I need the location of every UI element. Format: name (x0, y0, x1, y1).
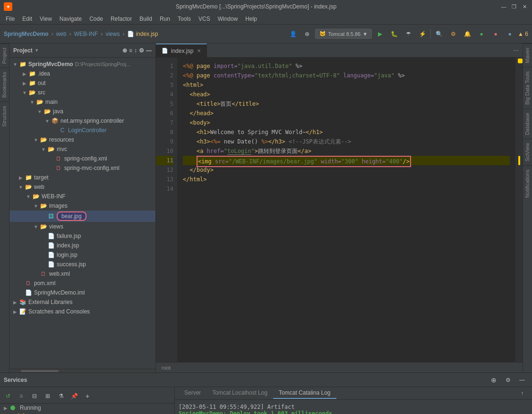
tree-item-scratches[interactable]: ▶ 📝 Scratches and Consoles (9, 307, 155, 316)
tree-item-webxml[interactable]: ▶ 🗋 web.xml (9, 269, 155, 279)
tree-item-web[interactable]: ▼ 📂 web (9, 182, 155, 192)
tree-item-package[interactable]: ▼ 📦 net.army.spring.controller (9, 116, 155, 126)
project-tree: ▼ 📁 SpringMvcDemo D:\Projects\SpringProj… (9, 58, 155, 365)
log-tab-localhost[interactable]: Tomcat Localhost Log (206, 388, 273, 399)
code-editor: 1 2 3 4 5 6 7 8 9 10 11 12 13 14 <%@ pag… (156, 58, 523, 362)
editor-gutter (515, 58, 523, 362)
editor-footer: root (156, 362, 523, 372)
menu-run[interactable]: Run (156, 15, 174, 23)
services-collapse-button[interactable]: ⊟ (28, 390, 41, 402)
tree-item-images[interactable]: ▼ 📂 images (9, 201, 155, 211)
services-filter-button[interactable]: ⚗ (55, 390, 67, 402)
menu-code[interactable]: Code (86, 15, 107, 23)
tree-item-iml[interactable]: ▶ 📄 SpringMvcDemo.iml (9, 288, 155, 297)
tree-item-views[interactable]: ▼ 📂 views (9, 222, 155, 231)
tree-item-failurejsp[interactable]: ▶ 📄 failure.jsp (9, 231, 155, 241)
search-button[interactable]: 🔍 (433, 28, 445, 40)
locate-icon[interactable]: ≡ (129, 47, 132, 54)
tree-item-main[interactable]: ▼ 📂 main (9, 97, 155, 107)
breadcrumb-indexjsp[interactable]: 📄index.jsp (127, 31, 158, 37)
sidebar-tab-maven[interactable]: Maven (523, 43, 532, 67)
log-tab-catalina[interactable]: Tomcat Catalina Log (273, 388, 336, 399)
services-pin-button[interactable]: 📌 (68, 390, 80, 402)
services-group-button[interactable]: ⊞ (42, 390, 54, 402)
add-icon[interactable]: ⊕ (122, 47, 127, 54)
services-running-group[interactable]: ▶ Running (0, 404, 174, 412)
menu-tools[interactable]: Tools (174, 15, 195, 23)
services-panel-header: Services ⊕ ⚙ — (0, 373, 532, 387)
log-scroll-up[interactable]: ↑ (516, 387, 528, 399)
sort-icon[interactable]: ↕ (134, 47, 137, 54)
notifications-button[interactable]: 🔔 (461, 28, 473, 40)
menu-help[interactable]: Help (241, 15, 261, 23)
services-stop-all-button[interactable]: ≡ (15, 390, 27, 402)
tree-item-successjsp[interactable]: ▶ 📄 success.jsp (9, 260, 155, 269)
debug-button[interactable]: 🐛 (388, 28, 400, 40)
menu-view[interactable]: View (36, 15, 56, 23)
tree-item-loginjsp[interactable]: ▶ 📄 login.jsp (9, 250, 155, 260)
tree-item-springmvcdemo[interactable]: ▼ 📁 SpringMvcDemo D:\Projects\SpringProj… (9, 59, 155, 69)
editor-area: 📄 index.jsp ✕ ⋯ 1 2 3 4 5 6 7 8 9 10 11 … (156, 43, 523, 372)
menu-refactor[interactable]: Refactor (107, 15, 136, 23)
services-tomcat-item[interactable]: ▼ 🐱 Tomcat 8.5.86 [local] (0, 412, 174, 414)
sidebar-tab-database[interactable]: Database (523, 109, 532, 139)
tree-item-target[interactable]: ▶ 📁 target (9, 173, 155, 182)
log-panel: Server Tomcat Localhost Log Tomcat Catal… (175, 387, 532, 414)
tree-item-idea[interactable]: ▶ 📁 .idea (9, 69, 155, 78)
breadcrumb-springmvcdemo[interactable]: SpringMvcDemo (4, 31, 49, 37)
services-restart-button[interactable]: ↺ (2, 390, 14, 402)
coverage-button[interactable]: ☂ (402, 28, 414, 40)
menu-window[interactable]: Window (214, 15, 242, 23)
services-plus-button[interactable]: + (81, 390, 94, 402)
browser-icon-firefox[interactable]: ● (489, 28, 502, 40)
editor-tab-indexjsp[interactable]: 📄 index.jsp ✕ (156, 43, 207, 57)
breadcrumb-web[interactable]: web (56, 31, 67, 37)
tree-item-bearjpg[interactable]: ▶ 🖼 bear.jpg (9, 211, 155, 222)
target-icon[interactable]: ⊕ (301, 28, 313, 40)
breadcrumb-views[interactable]: views (105, 31, 120, 37)
run-button[interactable]: ▶ (374, 28, 386, 40)
sidebar-tab-structure[interactable]: Structure (0, 101, 9, 131)
tree-item-extlibs[interactable]: ▶ 📚 External Libraries (9, 297, 155, 307)
menu-build[interactable]: Build (136, 15, 156, 23)
tab-overflow-button[interactable]: ⋯ (509, 43, 523, 57)
vcs-update-icon[interactable]: 👤 (287, 28, 299, 40)
tree-item-out[interactable]: ▶ 📁 out (9, 78, 155, 88)
menu-vcs[interactable]: VCS (195, 15, 214, 23)
tree-item-resources[interactable]: ▼ 📂 resources (9, 135, 155, 144)
services-minimize-button[interactable]: — (516, 374, 528, 386)
services-settings-button[interactable]: ⚙ (502, 374, 514, 386)
browser-icon-chrome[interactable]: ● (475, 28, 488, 40)
menu-file[interactable]: File (2, 15, 18, 23)
close-button[interactable]: ✕ (521, 3, 528, 10)
tree-item-java[interactable]: ▼ 📂 java (9, 107, 155, 116)
browser-icon-edge[interactable]: ● (504, 28, 516, 40)
services-add-button[interactable]: ⊕ (488, 374, 500, 386)
sidebar-tab-bookmarks[interactable]: Bookmarks (0, 68, 9, 101)
tree-item-src[interactable]: ▼ 📂 src (9, 88, 155, 97)
settings-gear-icon[interactable]: ⚙ (139, 47, 144, 54)
menu-navigate[interactable]: Navigate (56, 15, 86, 23)
tree-item-mvc[interactable]: ▼ 📂 mvc (9, 144, 155, 154)
tree-item-spring-mvc-config[interactable]: ▶ 🗋 spring-mvc-config.xml (9, 163, 155, 173)
minimize-button[interactable]: — (500, 3, 507, 10)
run-config-selector[interactable]: 🐱 Tomcat 8.5.86 ▼ (315, 29, 372, 39)
sidebar-tab-notifications[interactable]: Notifications (523, 165, 532, 202)
breadcrumb-webinf[interactable]: WEB-INF (74, 31, 98, 37)
restore-button[interactable]: ❒ (510, 3, 518, 10)
sidebar-tab-sciview[interactable]: SciView (523, 139, 532, 165)
settings-button[interactable]: ⚙ (447, 28, 459, 40)
code-content[interactable]: <%@ page import="java.util.Date" %> <%@ … (177, 58, 515, 362)
profile-button[interactable]: ⚡ (416, 28, 429, 40)
sidebar-tab-project[interactable]: Project (0, 43, 9, 68)
minimize-panel-icon[interactable]: — (146, 47, 152, 54)
tree-item-webinf[interactable]: ▼ 📂 WEB-INF (9, 192, 155, 201)
tree-item-pomxml[interactable]: ▶ 🗋 pom.xml (9, 279, 155, 288)
sidebar-tab-bigdata[interactable]: Big Data Tools (523, 67, 532, 109)
tree-item-spring-config[interactable]: ▶ 🗋 spring-config.xml (9, 154, 155, 163)
tree-item-logincontroller[interactable]: ▶ C LoginController (9, 126, 155, 135)
menu-edit[interactable]: Edit (18, 15, 36, 23)
warning-count[interactable]: ▲ 6 (518, 31, 528, 37)
tree-item-indexjsp[interactable]: ▶ 📄 index.jsp (9, 241, 155, 250)
log-tab-server[interactable]: Server (179, 388, 206, 399)
